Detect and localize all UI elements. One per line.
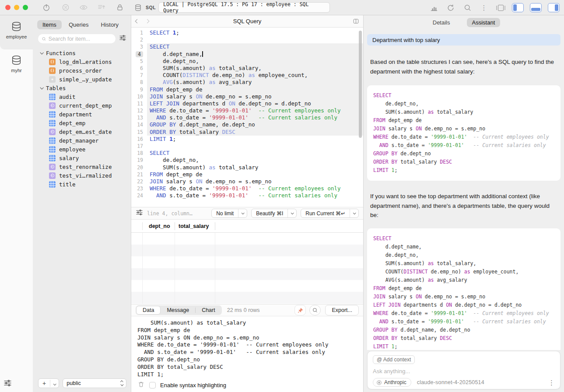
status-filter-icon[interactable] [136, 209, 143, 217]
table-row[interactable] [131, 256, 363, 268]
close-window-button[interactable] [5, 5, 11, 10]
toggle-bottom-panel-button[interactable] [530, 3, 542, 12]
editor-scrollbar[interactable] [359, 31, 362, 138]
tree-item-title[interactable]: title [33, 180, 131, 189]
minimize-window-button[interactable] [14, 5, 19, 10]
table-row[interactable] [131, 245, 363, 256]
strip-filter-icon[interactable] [4, 379, 12, 388]
tree-item-dept_manager[interactable]: dept_manager [33, 136, 131, 145]
beautify-button[interactable]: Beautify ⌘I [251, 209, 297, 218]
editor-line-7[interactable]: 7 COUNT(DISTINCT de.emp_no) as employee_… [131, 72, 363, 79]
model-options-icon[interactable]: ⋮ [548, 379, 555, 386]
tree-item-process_order[interactable]: ()process_order [33, 66, 131, 75]
syntax-highlighting-checkbox[interactable] [149, 382, 156, 388]
center-layout-icon[interactable] [495, 3, 506, 13]
editor-tab-title[interactable]: SQL Query [131, 18, 363, 24]
editor-line-24[interactable]: 24 AND s.to_date = '9999-01-01' -- Curre… [131, 192, 363, 199]
tab-history[interactable]: History [96, 20, 124, 29]
editor-line-23[interactable]: 23WHERE de.to_date = '9999-01-01' -- Cur… [131, 185, 363, 192]
tab-assistant[interactable]: Assistant [467, 18, 501, 27]
tree-item-dept_emp[interactable]: dept_emp [33, 119, 131, 127]
assistant-input-card[interactable]: @ Add context Anthropic claude-sonnet-4-… [367, 351, 560, 389]
conversation-title-banner[interactable]: Department with top salary [367, 34, 560, 46]
editor-line-13[interactable]: 13 AND s.to_date = '9999-01-01' -- Curre… [131, 114, 363, 121]
connection-item-myhr[interactable]: myhr [0, 49, 33, 73]
tree-item-salary[interactable]: salary [33, 154, 131, 162]
tree-item-department[interactable]: department [33, 110, 131, 119]
tab-message[interactable]: Message [161, 306, 195, 314]
tree-item-test_virmalized[interactable]: test_vi…rmalized [33, 171, 131, 180]
tab-chart[interactable]: Chart [196, 306, 221, 314]
editor-line-15[interactable]: 15ORDER BY total_salary DESC [131, 129, 363, 136]
tab-queries[interactable]: Queries [63, 20, 94, 29]
editor-line-14[interactable]: 14GROUP BY d.dept_name, de.dept_no [131, 121, 363, 128]
editor-line-8[interactable]: 8 AVG(s.amount) as avg_salary [131, 79, 363, 86]
tree-item-current_dept_emp[interactable]: current_dept_emp [33, 101, 131, 110]
editor-line-9[interactable]: 9FROM dept_emp de [131, 86, 363, 93]
pin-button[interactable] [294, 305, 306, 315]
tree-item-audit[interactable]: audit [33, 92, 131, 101]
toggle-left-panel-button[interactable] [512, 3, 524, 12]
lock-icon[interactable] [115, 2, 125, 13]
tree-item-test_renormalize[interactable]: test_renormalize [33, 162, 131, 171]
tab-items[interactable]: Items [37, 20, 62, 29]
tree-item-employee[interactable]: employee [33, 145, 131, 154]
editor-line-2[interactable]: 2 [131, 36, 363, 43]
table-row[interactable] [131, 292, 363, 304]
editor-line-12[interactable]: 12WHERE de.to_date = '9999-01-01' -- Cur… [131, 107, 363, 114]
tab-details[interactable]: Details [427, 18, 455, 27]
sql-editor[interactable]: 1SELECT 1;23SELECT4 d.dept_name,5 de.dep… [131, 28, 363, 207]
results-grid[interactable]: dept_no total_salary [131, 220, 363, 304]
table-row[interactable] [131, 268, 363, 280]
sidebar-search-field[interactable] [38, 34, 116, 43]
search-input[interactable] [49, 36, 112, 42]
editor-line-18[interactable]: 18SELECT [131, 150, 363, 157]
tree-section-functions[interactable]: Functions [33, 49, 131, 57]
limit-dropdown[interactable]: No limit [211, 209, 247, 218]
tab-data[interactable]: Data [136, 306, 161, 315]
editor-line-1[interactable]: 1SELECT 1; [131, 29, 363, 36]
table-row[interactable] [131, 233, 363, 245]
editor-line-16[interactable]: 16LIMIT 1; [131, 136, 363, 143]
schema-select[interactable]: public [63, 378, 126, 388]
tree-item-dept_emest_date[interactable]: dept_em…est_date [33, 127, 131, 136]
table-row[interactable] [131, 280, 363, 292]
editor-line-21[interactable]: 21FROM dept_emp de [131, 171, 363, 178]
zoom-window-button[interactable] [23, 5, 28, 10]
assistant-conversation[interactable]: Department with top salary Based on the … [364, 30, 564, 350]
add-item-button[interactable]: + [38, 378, 59, 388]
toggle-right-panel-button[interactable] [548, 3, 560, 12]
column-header-total-salary[interactable]: total_salary [175, 222, 215, 230]
editor-line-20[interactable]: 20 SUM(s.amount) as total_salary [131, 164, 363, 171]
add-context-button[interactable]: @ Add context [373, 355, 415, 364]
editor-line-4[interactable]: 4 d.dept_name, [131, 51, 363, 58]
tree-section-tables[interactable]: Tables [33, 84, 131, 92]
connection-item-employee[interactable]: employee [0, 15, 33, 39]
editor-line-5[interactable]: 5 de.dept_no, [131, 58, 363, 65]
database-icon[interactable] [133, 2, 143, 13]
editor-line-10[interactable]: 10JOIN salary s ON de.emp_no = s.emp_no [131, 93, 363, 100]
provider-select[interactable]: Anthropic [373, 378, 411, 387]
more-options-icon[interactable]: ⋮ [479, 3, 489, 13]
editor-line-3[interactable]: 3SELECT [131, 43, 363, 50]
editor-line-17[interactable]: 17 [131, 143, 363, 150]
tree-item-log_dmlerations[interactable]: ()log_dml…erations [33, 57, 131, 66]
split-editor-icon[interactable] [352, 18, 360, 27]
run-current-button[interactable]: Run Current ⌘↵ [301, 209, 359, 218]
editor-line-19[interactable]: 19 de.dept_no, [131, 157, 363, 164]
sidebar-filter-icon[interactable] [119, 35, 126, 43]
connection-title-field[interactable]: LOCAL | PostgreSQL 17.5 : PG 17 : employ… [158, 2, 330, 13]
editor-line-6[interactable]: 6 SUM(s.amount) as total_salary, [131, 65, 363, 72]
search-toolbar-icon[interactable] [462, 3, 473, 13]
search-results-button[interactable] [309, 305, 321, 315]
tree-item-simple_y_update[interactable]: ∗simple_…y_update [33, 75, 131, 84]
connection-status-icon[interactable] [41, 2, 52, 13]
export-button[interactable]: Export... [325, 305, 359, 315]
chart-toolbar-icon[interactable] [429, 3, 439, 13]
column-header-dept-no[interactable]: dept_no [143, 222, 175, 230]
trash-icon[interactable] [137, 381, 145, 390]
editor-line-11[interactable]: 11LEFT JOIN departments d ON de.dept_no … [131, 100, 363, 107]
message-log[interactable]: SUM(s.amount) as total_salaryFROM dept_e… [131, 316, 363, 378]
refresh-icon[interactable] [445, 3, 456, 13]
assistant-input[interactable] [373, 368, 500, 374]
